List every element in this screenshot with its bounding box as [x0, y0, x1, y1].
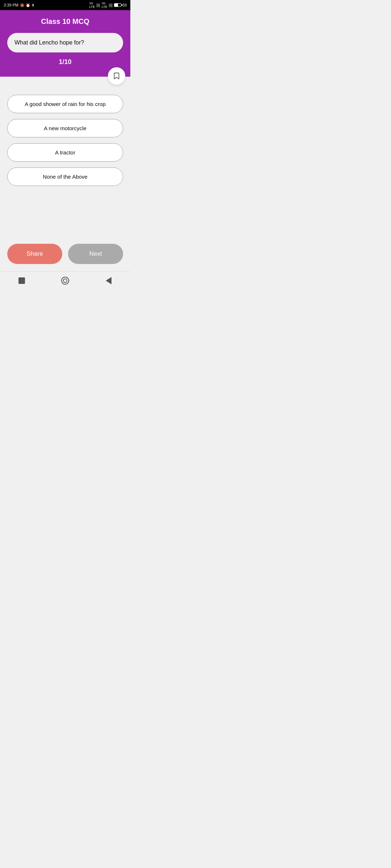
- option-2[interactable]: A new motorcycle: [7, 119, 123, 137]
- options-section: A good shower of rain for his crop A new…: [0, 77, 130, 193]
- nav-home-button[interactable]: [58, 273, 72, 288]
- question-counter: 1/10: [59, 58, 71, 66]
- status-right: VoLTE |||| VoLTE |||| 59: [89, 1, 127, 9]
- navigation-bar: [0, 271, 130, 289]
- circle-home-icon: [61, 277, 69, 285]
- status-bar: 3:39 PM 🔕 ⏰ ⬆ VoLTE |||| VoLTE |||| 59: [0, 0, 130, 10]
- header-section: Class 10 MCQ What did Lencho hope for? 1…: [0, 10, 130, 77]
- page-title: Class 10 MCQ: [41, 17, 89, 26]
- battery-fill: [114, 4, 118, 7]
- bottom-actions: Share Next: [0, 237, 130, 271]
- back-icon: [106, 277, 112, 284]
- signal-bars2: ||||: [109, 3, 112, 7]
- battery-percent: 59: [123, 3, 127, 7]
- option-4[interactable]: None of the Above: [7, 167, 123, 186]
- signal-lte2: VoLTE: [102, 1, 108, 9]
- status-left: 3:39 PM 🔕 ⏰ ⬆: [4, 3, 34, 7]
- upload-icon: ⬆: [31, 3, 34, 7]
- option-3[interactable]: A tractor: [7, 143, 123, 162]
- square-icon: [18, 277, 25, 284]
- question-text: What did Lencho hope for?: [14, 39, 84, 46]
- bookmark-icon: [113, 72, 121, 80]
- alarm-icon: ⏰: [26, 3, 30, 7]
- nav-square-button[interactable]: [14, 273, 29, 288]
- question-card: What did Lencho hope for?: [7, 33, 123, 52]
- next-button[interactable]: Next: [68, 244, 123, 264]
- time-display: 3:39 PM: [4, 3, 18, 7]
- mute-icon: 🔕: [20, 3, 24, 7]
- nav-back-button[interactable]: [101, 273, 116, 288]
- option-1[interactable]: A good shower of rain for his crop: [7, 95, 123, 113]
- signal-bars1: ||||: [96, 3, 100, 7]
- share-button[interactable]: Share: [7, 244, 62, 264]
- bookmark-button[interactable]: [108, 67, 125, 85]
- battery-icon: [114, 3, 121, 7]
- signal-lte1: VoLTE: [89, 1, 95, 9]
